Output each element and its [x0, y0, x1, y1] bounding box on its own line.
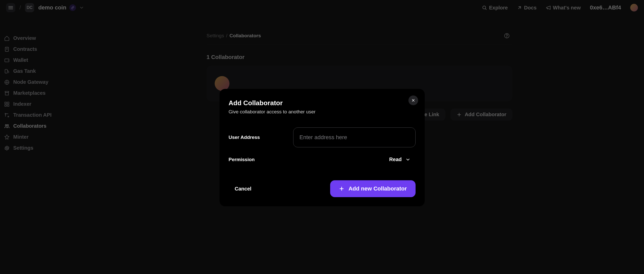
modal-overlay[interactable]: Add Collaborator Give collaborator acces… — [0, 0, 644, 274]
add-collaborator-modal: Add Collaborator Give collaborator acces… — [220, 89, 425, 206]
user-address-input[interactable] — [293, 127, 416, 147]
modal-actions: Cancel Add new Collaborator — [229, 180, 416, 197]
add-new-collaborator-button[interactable]: Add new Collaborator — [330, 180, 416, 197]
user-address-label: User Address — [229, 135, 260, 140]
cancel-button[interactable]: Cancel — [229, 183, 258, 195]
close-icon — [411, 98, 415, 102]
permission-label: Permission — [229, 157, 255, 162]
chevron-down-icon — [405, 157, 410, 162]
plus-icon — [339, 186, 344, 192]
permission-row: Permission Read — [229, 157, 416, 162]
modal-close-button[interactable] — [408, 96, 418, 105]
modal-subtitle: Give collaborator access to another user — [229, 109, 416, 115]
permission-value: Read — [389, 157, 402, 162]
add-new-collaborator-label: Add new Collaborator — [349, 185, 407, 192]
user-address-row: User Address — [229, 127, 416, 147]
permission-select[interactable]: Read — [389, 157, 416, 162]
modal-title: Add Collaborator — [229, 99, 416, 107]
